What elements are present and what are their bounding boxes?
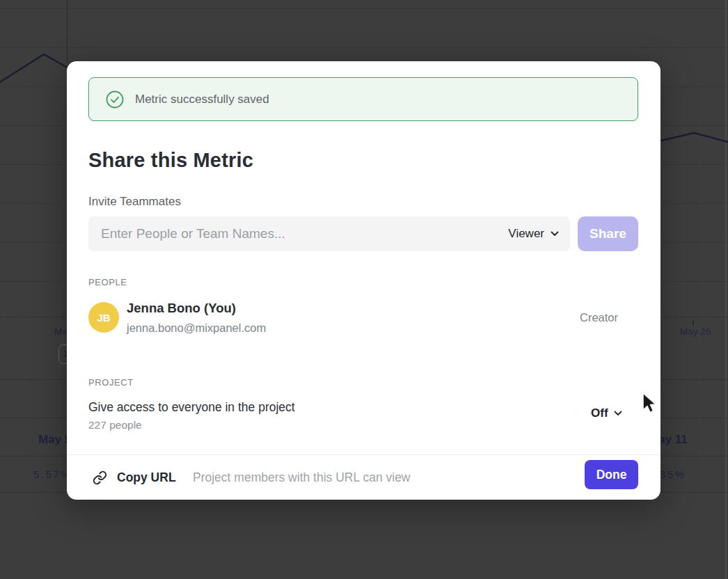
member-email: jenna.bono@mixpanel.com (127, 322, 266, 335)
project-access-title: Give access to everyone in the project (88, 400, 295, 415)
done-button[interactable]: Done (585, 460, 638, 489)
role-dropdown-value: Viewer (508, 227, 544, 241)
invite-teammates-label: Invite Teammates (88, 195, 181, 209)
axis-tick (693, 320, 694, 325)
project-section-label: PROJECT (88, 377, 134, 388)
copy-url-button[interactable]: Copy URL (93, 455, 176, 500)
share-metric-dialog: Metric successfully saved Share this Met… (67, 61, 660, 500)
screen: May May 26 1 May 5 5.57% May 11 35% Metr… (0, 0, 728, 579)
project-access-dropdown-value: Off (591, 406, 608, 420)
url-permission-hint: Project members with this URL can view (193, 455, 411, 500)
dialog-footer: Copy URL Project members with this URL c… (67, 454, 660, 500)
invite-input-container: Viewer (88, 216, 570, 251)
dialog-title: Share this Metric (88, 149, 253, 172)
table-value-cell: 5.57% (33, 468, 72, 480)
people-section-label: PEOPLE (88, 277, 127, 287)
table-value-cell: 35% (660, 468, 686, 480)
check-circle-icon (106, 90, 124, 109)
x-axis-label: May 26 (680, 326, 711, 337)
share-button[interactable]: Share (578, 216, 638, 251)
chevron-down-icon (614, 411, 622, 416)
member-role: Creator (580, 311, 618, 324)
copy-url-label: Copy URL (117, 470, 176, 485)
success-toast: Metric successfully saved (88, 77, 638, 121)
avatar: JB (88, 302, 119, 333)
member-name: Jenna Bono (You) (127, 301, 236, 316)
project-access-dropdown[interactable]: Off (591, 402, 622, 425)
project-access-count: 227 people (88, 419, 142, 431)
chevron-down-icon (551, 231, 559, 237)
role-dropdown[interactable]: Viewer (508, 216, 559, 251)
link-icon (93, 470, 107, 485)
invite-input[interactable] (88, 216, 570, 251)
toast-message: Metric successfully saved (135, 93, 269, 106)
